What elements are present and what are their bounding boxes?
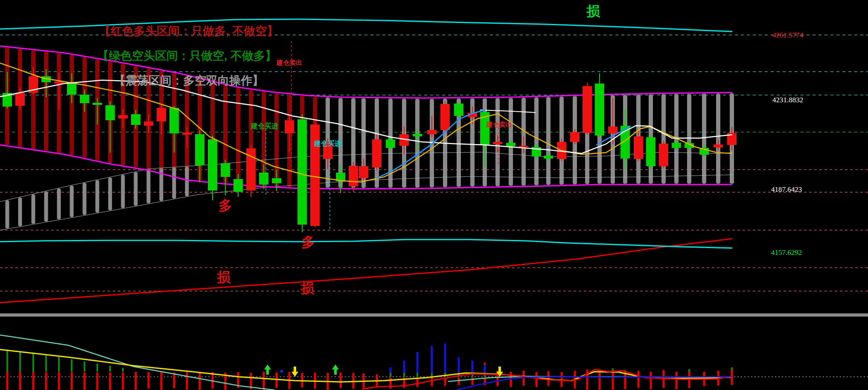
candle-body — [714, 144, 723, 147]
candle-body — [359, 166, 368, 178]
buy-arrow-icon — [264, 364, 271, 375]
candle-body — [544, 156, 553, 159]
signal-dot-icon — [280, 370, 283, 373]
candle-body — [595, 84, 604, 136]
candle-body — [144, 121, 153, 126]
channel-fill-bar — [661, 94, 666, 184]
price-axis-label: 4187.6423 — [771, 186, 802, 193]
channel-fill-bar — [44, 52, 48, 151]
candle-body — [221, 163, 230, 177]
gray-band-bar — [18, 197, 22, 226]
candle-body — [506, 143, 516, 146]
gray-band-bar — [32, 194, 35, 224]
candle-body — [15, 93, 25, 106]
gray-band-bar — [108, 177, 112, 210]
channel-fill-bar — [716, 93, 720, 184]
candle-body — [208, 139, 217, 191]
price-axis-label: 4157.6292 — [771, 249, 802, 256]
candle-body — [570, 132, 580, 142]
price-axis-label: 4231.8832 — [772, 96, 803, 104]
channel-fill-bar — [236, 88, 240, 184]
price-axis-label: 4261.5774 — [772, 32, 803, 39]
annotation-duo-1: 多 — [218, 199, 232, 212]
candle-body — [349, 166, 358, 186]
annotation-sun-2: 损 — [300, 281, 314, 295]
candle-body — [157, 108, 166, 121]
gray-band-bar — [121, 175, 125, 208]
candle-body — [118, 115, 128, 118]
candle-body — [67, 82, 76, 95]
candle-body — [608, 127, 618, 133]
candle-body — [131, 114, 140, 125]
sell-arrow-icon — [291, 367, 298, 377]
annotation-duo-2: 多 — [301, 235, 315, 249]
channel-fill-bar — [702, 94, 706, 184]
gray-band-bar — [70, 185, 74, 217]
cyan-lower-line — [0, 240, 732, 248]
candle-body — [195, 134, 204, 165]
candle-body — [93, 103, 102, 105]
candle-body — [372, 139, 382, 168]
candle-body — [233, 179, 243, 192]
candle-body — [646, 137, 655, 166]
candle-body — [659, 144, 668, 166]
annotation-sun-top: 损 — [586, 4, 600, 18]
candle-body — [440, 104, 450, 130]
gray-band-bar — [57, 188, 61, 220]
annotation-zone-green: 【绿色空头区间：只做空, 不做多】 — [97, 50, 277, 62]
channel-fill-bar — [687, 94, 691, 184]
candle-body — [583, 86, 592, 133]
channel-fill-bar — [31, 50, 35, 149]
candle-body — [672, 143, 681, 148]
gray-band-bar — [44, 191, 48, 222]
buy-arrow-icon — [332, 364, 339, 375]
gray-band-bar — [172, 168, 176, 199]
gray-band-bar — [134, 172, 138, 206]
candle-body — [427, 130, 437, 134]
annotation-sun-1: 损 — [217, 270, 230, 284]
candle-body — [297, 119, 307, 225]
candle-body — [259, 173, 268, 185]
candle-body — [182, 133, 192, 135]
annotation-buy-2: 建仓买进 — [314, 140, 341, 147]
candle-body — [169, 108, 179, 133]
gray-band-bar — [185, 167, 189, 196]
gray-band-bar — [6, 200, 9, 228]
candle-body — [80, 95, 89, 103]
candle-body — [105, 105, 115, 120]
candle-body — [272, 178, 281, 183]
channel-fill-bar — [534, 97, 539, 185]
gray-band-bar — [96, 180, 99, 213]
red-trend-line — [0, 239, 732, 303]
channel-fill-bar — [546, 97, 551, 185]
trading-app-chart: 【红色多头区间：只做多, 不做空】【绿色空头区间：只做空, 不做多】【震荡区间：… — [0, 0, 868, 390]
sub-teal-line — [0, 335, 274, 390]
annotation-zone-red: 【红色多头区间：只做多, 不做空】 — [99, 26, 278, 37]
annotation-buy-1: 建仓买进 — [251, 123, 278, 130]
gray-band-bar — [147, 169, 151, 203]
candle-body — [493, 142, 502, 144]
annotation-sell-1: 建仓卖出 — [277, 59, 302, 66]
annotation-zone-gray: 【震荡区间：多空双向操作】 — [114, 75, 264, 87]
candle-body — [285, 120, 294, 133]
candle-body — [413, 134, 422, 136]
candle-body — [386, 139, 395, 148]
candle-body — [519, 146, 528, 147]
candle-body — [634, 136, 643, 159]
gray-band-bar — [83, 183, 87, 215]
channel-fill-bar — [70, 55, 74, 155]
annotation-sell-2: 建仓卖出 — [486, 121, 512, 127]
candle-body — [454, 104, 463, 116]
